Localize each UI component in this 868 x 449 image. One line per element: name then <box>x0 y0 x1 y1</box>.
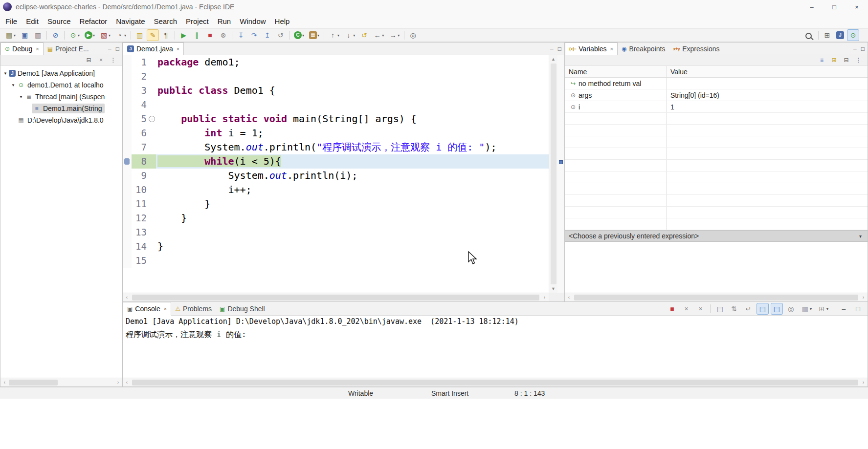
overview-current-line-marker[interactable] <box>559 160 563 164</box>
code-line-9[interactable]: 9 System.out.println(i); <box>123 169 549 183</box>
scrollbar-thumb[interactable] <box>574 295 858 300</box>
profile-dropdown[interactable]: ▾ <box>124 33 126 38</box>
minimize-view-button[interactable]: – <box>108 45 111 52</box>
scroll-left-icon[interactable]: ‹ <box>0 380 9 385</box>
close-tab-icon[interactable]: × <box>610 46 613 52</box>
step-return-button[interactable]: ↥ <box>261 29 273 41</box>
annotation-ruler-cell[interactable] <box>123 197 132 211</box>
tree-expander-icon[interactable]: ▼ <box>10 83 16 87</box>
code-line-15[interactable]: 15 <box>123 254 549 268</box>
previous-annotation-dropdown[interactable]: ▾ <box>337 33 339 38</box>
scrollbar-thumb[interactable] <box>132 295 539 300</box>
display-selected-console-dropdown[interactable]: ▾ <box>810 307 812 311</box>
variable-row-i[interactable]: ⊙i1 <box>565 101 868 113</box>
scroll-right-icon[interactable]: › <box>114 380 122 385</box>
console-output-area[interactable]: Demo1 [Java Application] D:\Develop\Java… <box>123 316 868 378</box>
next-annotation-button[interactable]: ↓▾ <box>342 29 357 41</box>
suspend-button[interactable]: ∥ <box>191 29 203 41</box>
close-window-button[interactable]: × <box>846 0 868 14</box>
expression-combo[interactable]: <Choose a previously entered expression>… <box>565 230 868 242</box>
tab-problems[interactable]: ⚠Problems <box>171 302 216 315</box>
code-editor[interactable]: 1package demo1;23public class Demo1 {45−… <box>123 55 549 293</box>
code-line-14[interactable]: 14} <box>123 239 549 254</box>
column-header-name[interactable]: Name <box>565 66 667 77</box>
tree-item-d-develop-java-jdk1-8-0[interactable]: ▦D:\Develop\Java\jdk1.8.0 <box>0 114 122 126</box>
code-line-11[interactable]: 11 } <box>123 197 549 211</box>
editor-vertical-scrollbar[interactable]: ▲ ▼ <box>549 55 557 293</box>
resume-button[interactable]: ▶ <box>178 29 190 41</box>
scrollbar-thumb[interactable] <box>551 64 556 284</box>
disconnect-button[interactable]: ⊗ <box>217 29 229 41</box>
step-into-button[interactable]: ↧ <box>235 29 247 41</box>
annotation-ruler-cell[interactable] <box>123 69 132 84</box>
code-line-1[interactable]: 1package demo1; <box>123 55 549 69</box>
tree-item-demo1-java-application[interactable]: ▼JDemo1 [Java Application] <box>0 67 122 79</box>
code-line-12[interactable]: 12 } <box>123 211 549 225</box>
code-line-2[interactable]: 2 <box>123 69 549 84</box>
scrollbar-thumb[interactable] <box>9 380 58 385</box>
previous-annotation-button[interactable]: ↑▾ <box>327 29 341 41</box>
minimize-window-button[interactable]: – <box>801 0 823 14</box>
new-java-class-button[interactable]: C▾ <box>292 29 306 41</box>
scroll-lock-button[interactable]: ⇅ <box>728 303 740 315</box>
annotation-ruler-cell[interactable] <box>123 98 132 112</box>
menu-file[interactable]: File <box>1 15 22 27</box>
code-line-6[interactable]: 6 int i = 1; <box>123 126 549 140</box>
last-edit-location-button[interactable]: ↺ <box>358 29 370 41</box>
annotation-ruler-cell[interactable] <box>123 211 132 225</box>
clear-console-button[interactable]: ▤ <box>714 303 726 315</box>
profile-button[interactable]: ◔▾ <box>113 29 128 41</box>
tab-demo1-java[interactable]: J Demo1.java × <box>123 43 184 55</box>
overview-ruler[interactable] <box>557 55 564 293</box>
scroll-left-icon[interactable]: ‹ <box>565 295 573 300</box>
forward-dropdown[interactable]: ▾ <box>398 33 400 38</box>
debug-perspective-button[interactable]: ⊙ <box>847 29 859 41</box>
tab-breakpoints[interactable]: ◉Breakpoints <box>618 43 669 55</box>
back-dropdown[interactable]: ▾ <box>382 33 384 38</box>
debug-dropdown[interactable]: ▾ <box>78 33 80 38</box>
column-header-value[interactable]: Value <box>667 68 868 76</box>
mark-occurrences-button[interactable]: ✎ <box>147 29 159 41</box>
scroll-down-icon[interactable]: ▼ <box>551 285 556 293</box>
display-selected-console-button[interactable]: ▥▾ <box>799 303 814 315</box>
variable-detail-pane[interactable] <box>565 242 868 294</box>
menu-source[interactable]: Source <box>43 15 75 27</box>
show-logical-structures-button[interactable]: ⊞ <box>828 56 840 65</box>
annotation-ruler-cell[interactable] <box>123 154 132 169</box>
java-perspective-button[interactable]: J <box>834 29 846 41</box>
print-button[interactable]: ▥ <box>32 29 44 41</box>
maximize-view-button[interactable]: □ <box>861 45 865 52</box>
show-type-names-button[interactable]: ≡ <box>816 56 827 65</box>
menu-window[interactable]: Window <box>235 15 270 27</box>
scrollbar-thumb[interactable] <box>132 380 858 385</box>
annotation-ruler-cell[interactable] <box>123 126 132 140</box>
code-line-8[interactable]: 8 while(i < 5){ <box>123 154 549 169</box>
annotation-ruler-cell[interactable] <box>123 112 132 126</box>
new-wizard-button[interactable]: ▤▾ <box>3 29 18 41</box>
fold-collapse-icon[interactable]: − <box>149 116 155 122</box>
tab-debug[interactable]: ⊙Debug× <box>0 43 44 55</box>
terminate-console-button[interactable]: ■ <box>666 303 678 315</box>
view-menu-button[interactable]: ⋮ <box>108 56 119 65</box>
code-line-13[interactable]: 13 <box>123 225 549 239</box>
remove-all-launches-button[interactable]: × <box>694 303 707 315</box>
new-java-package-dropdown[interactable]: ▾ <box>317 33 319 38</box>
scroll-left-icon[interactable]: ‹ <box>123 295 131 300</box>
maximize-view-button[interactable]: □ <box>852 303 864 315</box>
tree-expander-icon[interactable]: ▼ <box>18 95 24 99</box>
menu-edit[interactable]: Edit <box>22 15 43 27</box>
close-tab-icon[interactable]: × <box>177 46 179 52</box>
new-java-class-dropdown[interactable]: ▾ <box>302 33 304 38</box>
expression-dropdown-icon[interactable]: ▾ <box>857 234 864 239</box>
tab-expressions[interactable]: x+yExpressions <box>669 43 723 55</box>
run-button[interactable]: ▶▾ <box>83 29 97 41</box>
open-console-dropdown[interactable]: ▾ <box>826 307 828 311</box>
coverage-dropdown[interactable]: ▾ <box>109 33 111 38</box>
next-annotation-dropdown[interactable]: ▾ <box>353 33 355 38</box>
drop-to-frame-button[interactable]: ↺ <box>274 29 287 41</box>
scroll-right-icon[interactable]: › <box>540 295 549 300</box>
code-line-3[interactable]: 3public class Demo1 { <box>123 84 549 98</box>
search-button[interactable] <box>802 29 816 41</box>
menu-search[interactable]: Search <box>149 15 181 27</box>
view-menu-button[interactable]: ⋮ <box>853 56 864 65</box>
